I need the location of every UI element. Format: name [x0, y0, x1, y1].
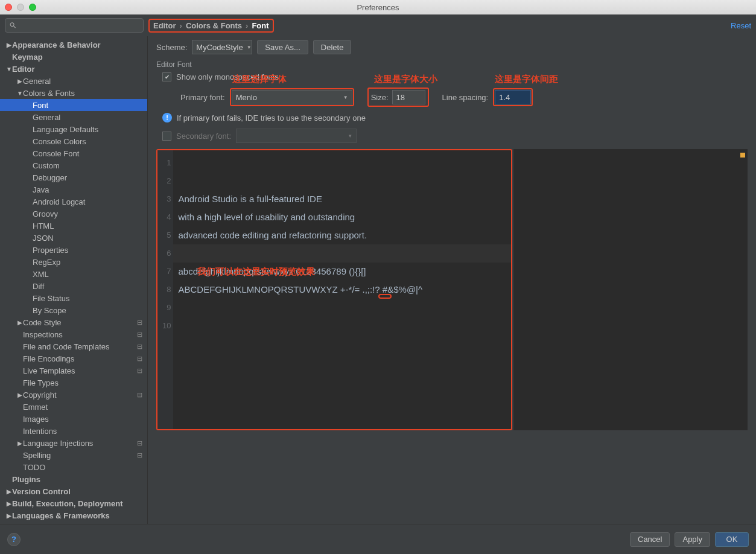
- tree-item-label: Console Font: [33, 149, 79, 158]
- tree-item-intentions[interactable]: Intentions: [0, 425, 147, 437]
- tree-arrow-icon: ▶: [6, 500, 12, 507]
- tree-item-properties[interactable]: Properties: [0, 244, 147, 256]
- tree-item-language-defaults[interactable]: Language Defaults: [0, 123, 147, 135]
- dialog-button-bar: ? Cancel Apply OK: [0, 524, 756, 554]
- settings-tree[interactable]: ▶Appearance & BehaviorKeymap▼Editor▶Gene…: [0, 36, 148, 524]
- tree-item-live-templates[interactable]: Live Templates⊟: [0, 365, 147, 377]
- annotation-spacing: 这里是字体间距: [495, 74, 558, 85]
- tree-item-label: HTML: [33, 221, 54, 231]
- tree-item-label: XML: [33, 270, 49, 279]
- tree-item-font[interactable]: Font: [0, 99, 147, 111]
- tree-item-label: Intentions: [23, 427, 57, 436]
- gutter: 12345678910: [157, 150, 173, 429]
- tree-item-file-and-code-templates[interactable]: File and Code Templates⊟: [0, 340, 147, 352]
- scheme-label: Scheme:: [156, 43, 187, 52]
- info-icon: !: [162, 113, 172, 123]
- breadcrumb-separator: ›: [246, 21, 248, 30]
- tree-item-keymap[interactable]: Keymap: [0, 51, 147, 63]
- tree-item-label: Editor: [12, 65, 35, 74]
- tree-item-console-font[interactable]: Console Font: [0, 147, 147, 159]
- tree-arrow-icon: ▶: [17, 392, 23, 398]
- tree-item-xml[interactable]: XML: [0, 268, 147, 280]
- tree-item-console-colors[interactable]: Console Colors: [0, 135, 147, 147]
- tree-item-code-style[interactable]: ▶Code Style⊟: [0, 316, 147, 328]
- tree-item-file-status[interactable]: File Status: [0, 292, 147, 304]
- tree-item-file-types[interactable]: File Types: [0, 377, 147, 389]
- tree-item-spelling[interactable]: Spelling⊟: [0, 449, 147, 461]
- tree-item-label: JSON: [33, 234, 54, 243]
- preview-line: advanced code editing and refactoring su…: [178, 226, 506, 244]
- window-title: Preferences: [0, 3, 756, 12]
- tree-item-regexp[interactable]: RegExp: [0, 256, 147, 268]
- tree-arrow-icon: ▼: [6, 66, 12, 72]
- preview-line: Android Studio is a full-featured IDE: [178, 190, 506, 208]
- scheme-dropdown[interactable]: MyCodeStyle ▼: [192, 40, 252, 54]
- annotation-size: 这里是字体大小: [374, 74, 437, 85]
- chevron-down-icon: ▼: [247, 45, 252, 50]
- preview-line: [178, 353, 506, 371]
- tree-item-json[interactable]: JSON: [0, 232, 147, 244]
- reset-link[interactable]: Reset: [731, 21, 751, 30]
- tree-item-plugins[interactable]: Plugins: [0, 473, 147, 485]
- tree-item-android-logcat[interactable]: Android Logcat: [0, 196, 147, 208]
- tree-item-label: Appearance & Behavior: [12, 40, 101, 49]
- tree-item-file-encodings[interactable]: File Encodings⊟: [0, 352, 147, 365]
- secondary-font-checkbox[interactable]: [162, 132, 171, 141]
- ok-button[interactable]: OK: [715, 532, 749, 547]
- project-level-icon: ⊟: [137, 451, 142, 459]
- primary-font-dropdown[interactable]: Menlo ▼: [232, 90, 352, 104]
- tree-item-editor[interactable]: ▼Editor: [0, 63, 147, 75]
- project-level-icon: ⊟: [137, 331, 142, 339]
- tree-item-todo[interactable]: TODO: [0, 461, 147, 473]
- preview-line: [178, 299, 506, 317]
- preview-code[interactable]: Android Studio is a full-featured IDEwit…: [173, 150, 511, 429]
- tree-arrow-icon: ▶: [6, 42, 12, 48]
- tree-item-custom[interactable]: Custom: [0, 159, 147, 171]
- size-input[interactable]: [392, 90, 425, 104]
- preview-side-panel: [513, 149, 748, 430]
- tree-item-colors-fonts[interactable]: ▼Colors & Fonts: [0, 87, 147, 99]
- size-highlight: Size:: [367, 88, 429, 107]
- tree-item-label: Copyright: [23, 390, 57, 400]
- tree-item-html[interactable]: HTML: [0, 220, 147, 232]
- cancel-button[interactable]: Cancel: [630, 532, 670, 547]
- tree-item-label: Groovy: [33, 209, 58, 218]
- tree-item-version-control[interactable]: ▶Version Control: [0, 485, 147, 497]
- breadcrumb-part: Editor: [153, 21, 176, 30]
- font-preview-editor[interactable]: 12345678910 Android Studio is a full-fea…: [156, 149, 512, 430]
- primary-font-highlight: Menlo ▼: [230, 88, 354, 106]
- tree-item-label: Emmet: [23, 403, 48, 412]
- save-as-button[interactable]: Save As...: [257, 40, 308, 54]
- secondary-font-label: Secondary font:: [176, 132, 231, 141]
- tree-item-java[interactable]: Java: [0, 183, 147, 196]
- size-label: Size:: [371, 93, 389, 102]
- apply-button[interactable]: Apply: [675, 532, 710, 547]
- tree-item-debugger[interactable]: Debugger: [0, 171, 147, 183]
- tree-item-general[interactable]: ▶General: [0, 75, 147, 87]
- annotation-primary-font: 这里选择字体: [232, 74, 287, 85]
- search-input-wrapper[interactable]: [5, 18, 144, 33]
- tree-item-general[interactable]: General: [0, 111, 147, 123]
- tree-item-languages-frameworks[interactable]: ▶Languages & Frameworks: [0, 509, 147, 521]
- tree-item-images[interactable]: Images: [0, 413, 147, 425]
- tree-arrow-icon: ▼: [17, 90, 23, 97]
- tree-item-language-injections[interactable]: ▶Language Injections⊟: [0, 437, 147, 449]
- tree-item-by-scope[interactable]: By Scope: [0, 304, 147, 316]
- spacing-highlight: [493, 88, 533, 106]
- search-input[interactable]: [19, 21, 139, 30]
- show-mono-checkbox[interactable]: [162, 72, 171, 81]
- help-button[interactable]: ?: [7, 533, 21, 546]
- project-level-icon: ⊟: [137, 367, 142, 375]
- tree-item-groovy[interactable]: Groovy: [0, 208, 147, 220]
- tree-item-appearance-behavior[interactable]: ▶Appearance & Behavior: [0, 39, 147, 51]
- tree-item-inspections[interactable]: Inspections⊟: [0, 328, 147, 340]
- tree-item-copyright[interactable]: ▶Copyright⊟: [0, 389, 147, 401]
- tree-item-label: Plugins: [12, 475, 40, 484]
- delete-button[interactable]: Delete: [313, 40, 352, 54]
- secondary-font-dropdown: ▼: [236, 129, 357, 143]
- tree-item-diff[interactable]: Diff: [0, 280, 147, 292]
- tree-item-emmet[interactable]: Emmet: [0, 401, 147, 413]
- line-spacing-input[interactable]: [495, 90, 531, 104]
- tree-arrow-icon: ▶: [17, 319, 23, 326]
- tree-item-build-execution-deployment[interactable]: ▶Build, Execution, Deployment: [0, 497, 147, 509]
